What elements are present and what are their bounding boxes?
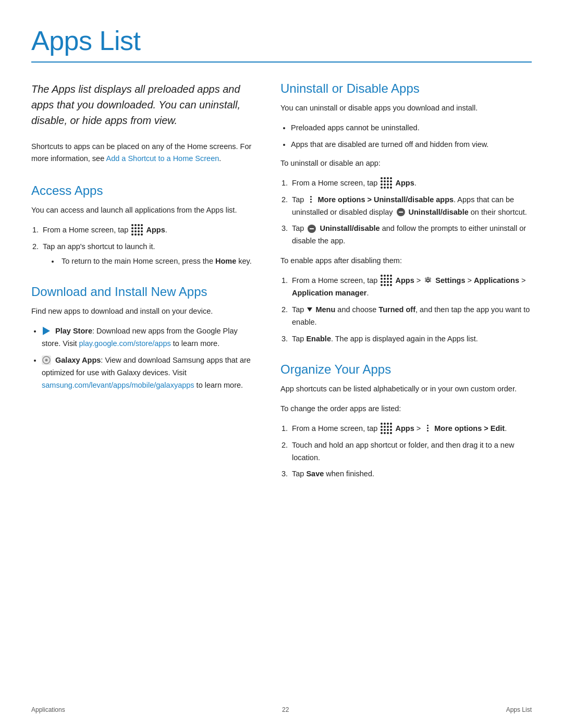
page-title: Apps List — [31, 25, 532, 56]
title-rule — [31, 61, 532, 63]
sub-bullets: To return to the main Home screen, press… — [59, 255, 255, 268]
access-apps-body: You can access and launch all applicatio… — [31, 204, 255, 217]
right-column: Uninstall or Disable Apps You can uninst… — [280, 81, 532, 497]
shortcut-text: Shortcuts to apps can be placed on any o… — [31, 141, 255, 165]
organize-title: Organize Your Apps — [280, 362, 532, 377]
download-title: Download and Install New Apps — [31, 285, 255, 299]
section-access-apps: Access Apps You can access and launch al… — [31, 183, 255, 268]
list-item: Tap Save when finished. — [290, 468, 532, 480]
svg-point-2 — [45, 359, 48, 362]
left-column: The Apps list displays all preloaded app… — [31, 81, 255, 497]
to-enable-label: To enable apps after disabling them: — [280, 255, 532, 267]
list-item: Tap an app's shortcut to launch it. To r… — [41, 241, 255, 268]
footer: Applications 22 Apps List — [0, 706, 563, 713]
footer-page-number: 22 — [282, 706, 289, 713]
list-item: Tap Uninstall/disable and follow the pro… — [290, 223, 532, 248]
list-item: Play Store: Download new apps from the G… — [42, 325, 255, 350]
access-apps-title: Access Apps — [31, 183, 255, 198]
content-wrapper: The Apps list displays all preloaded app… — [31, 81, 532, 497]
play-store-icon — [42, 326, 51, 336]
menu-dots-icon-2 — [424, 425, 431, 432]
minus-icon — [397, 208, 405, 216]
section-organize: Organize Your Apps App shortcuts can be … — [280, 362, 532, 481]
triangle-down-icon — [307, 307, 312, 312]
galaxy-apps-link[interactable]: samsung.com/levant/apps/mobile/galaxyapp… — [42, 381, 194, 389]
list-item: From a Home screen, tap Apps > Settings … — [290, 275, 532, 300]
settings-gear-icon — [424, 276, 432, 285]
list-item: Galaxy Apps: View and download Samsung a… — [42, 354, 255, 392]
menu-dots-icon — [307, 196, 314, 203]
intro-italic: The Apps list displays all preloaded app… — [31, 81, 255, 128]
enable-steps: From a Home screen, tap Apps > Settings … — [290, 275, 532, 346]
uninstall-steps: From a Home screen, tap Apps. Tap More o… — [290, 177, 532, 248]
to-change-label: To change the order apps are listed: — [280, 403, 532, 415]
minus-icon-2 — [308, 225, 316, 233]
svg-marker-0 — [43, 327, 50, 335]
apps-grid-icon — [381, 423, 392, 434]
list-item: To return to the main Home screen, press… — [59, 255, 255, 268]
section-uninstall: Uninstall or Disable Apps You can uninst… — [280, 81, 532, 346]
list-item: Tap Menu and choose Turned off, and then… — [290, 304, 532, 329]
list-item: Apps that are disabled are turned off an… — [291, 139, 532, 151]
apps-grid-icon — [131, 224, 143, 236]
download-body: Find new apps to download and install on… — [31, 305, 255, 318]
uninstall-bullets: Preloaded apps cannot be uninstalled. Ap… — [291, 122, 532, 151]
apps-grid-icon — [381, 177, 392, 189]
play-store-link[interactable]: play.google.com/store/apps — [79, 339, 170, 348]
footer-left: Applications — [31, 706, 65, 713]
footer-right: Apps List — [506, 706, 532, 713]
download-list: Play Store: Download new apps from the G… — [42, 325, 255, 392]
shortcut-link[interactable]: Add a Shortcut to a Home Screen — [106, 154, 219, 163]
svg-point-3 — [427, 279, 430, 282]
list-item: Touch and hold an app shortcut or folder… — [290, 439, 532, 464]
to-uninstall-label: To uninstall or disable an app: — [280, 157, 532, 170]
list-item: Preloaded apps cannot be uninstalled. — [291, 122, 532, 134]
access-apps-steps: From a Home screen, tap Apps. Tap an app… — [41, 224, 255, 268]
list-item: From a Home screen, tap Apps > More opti… — [290, 423, 532, 435]
list-item: Tap More options > Uninstall/disable app… — [290, 194, 532, 219]
galaxy-apps-icon — [42, 355, 51, 365]
list-item: From a Home screen, tap Apps. — [290, 177, 532, 190]
organize-steps: From a Home screen, tap Apps > More opti… — [290, 423, 532, 481]
section-download: Download and Install New Apps Find new a… — [31, 285, 255, 392]
list-item: Tap Enable. The app is displayed again i… — [290, 333, 532, 346]
uninstall-body: You can uninstall or disable apps you do… — [280, 102, 532, 115]
organize-body: App shortcuts can be listed alphabetical… — [280, 383, 532, 396]
list-item: From a Home screen, tap Apps. — [41, 224, 255, 237]
uninstall-title: Uninstall or Disable Apps — [280, 81, 532, 96]
apps-grid-icon — [381, 275, 392, 286]
